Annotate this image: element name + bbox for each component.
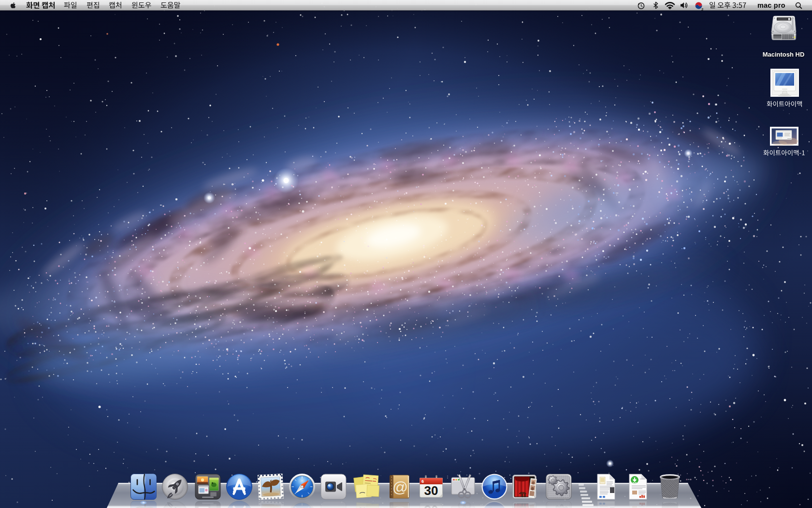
svg-text:6: 6 <box>421 479 424 484</box>
svg-text:@: @ <box>392 478 408 496</box>
svg-text:30: 30 <box>424 483 438 498</box>
svg-text:@: @ <box>392 505 408 508</box>
svg-text:2: 2 <box>701 7 704 11</box>
svg-text:30: 30 <box>424 503 438 508</box>
